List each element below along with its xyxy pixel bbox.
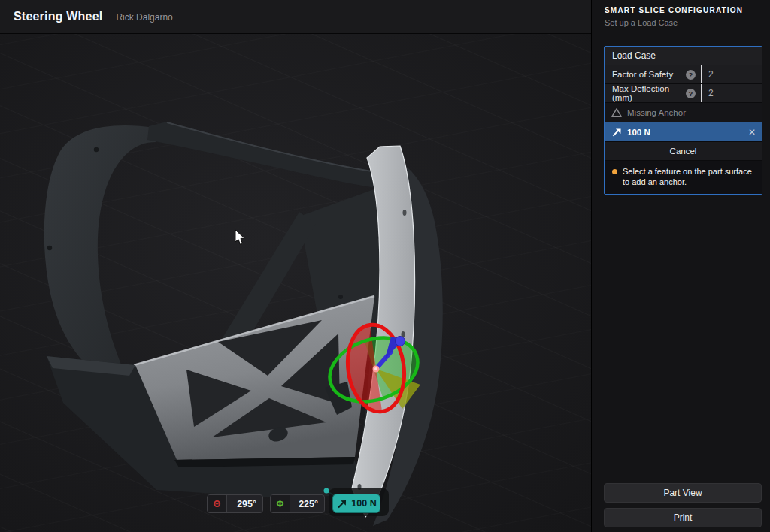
help-icon[interactable]: ? — [686, 70, 696, 80]
factor-of-safety-row: Factor of Safety ? 2 — [605, 65, 762, 84]
author-name: Rick Dalgarno — [116, 12, 172, 23]
load-item-row-selected[interactable]: 100 N ✕ — [605, 122, 762, 142]
max-deflection-row: Max Deflection (mm) ? 2 — [605, 84, 762, 103]
sidebar: SMART SLICE CONFIGURATION Set up a Load … — [591, 0, 770, 532]
print-button[interactable]: Print — [604, 508, 762, 527]
rotation-theta-input[interactable]: Θ 295° — [207, 494, 263, 513]
page-title: Steering Wheel — [14, 10, 102, 23]
help-icon[interactable]: ? — [686, 89, 696, 98]
missing-anchor-label: Missing Anchor — [627, 108, 686, 117]
panel-title: Load Case — [605, 47, 762, 65]
max-deflection-label: Max Deflection (mm) — [605, 84, 686, 102]
warning-triangle-icon — [611, 107, 623, 118]
max-deflection-input[interactable]: 2 — [701, 84, 762, 102]
warning-dot-icon — [612, 169, 617, 174]
load-case-panel: Load Case Factor of Safety ? 2 Max Defle… — [604, 46, 762, 195]
phi-icon: Φ — [271, 495, 290, 512]
theta-value[interactable]: 295° — [227, 495, 262, 512]
close-icon[interactable]: ✕ — [748, 127, 756, 138]
load-badge-label: 100 N — [351, 498, 376, 509]
load-arrow-icon — [336, 498, 347, 509]
rotation-phi-input[interactable]: Φ 225° — [270, 494, 325, 513]
sidebar-divider — [592, 476, 770, 476]
top-bar: Steering Wheel Rick Dalgarno — [0, 0, 591, 34]
missing-anchor-row[interactable]: Missing Anchor — [605, 103, 762, 122]
anchor-hint: Select a feature on the part surface to … — [605, 161, 762, 194]
viewport-3d[interactable] — [0, 34, 591, 532]
part-view-button[interactable]: Part View — [604, 483, 762, 503]
theta-icon: Θ — [208, 495, 227, 512]
load-arrow-icon — [611, 127, 623, 138]
phi-value[interactable]: 225° — [290, 495, 324, 512]
load-magnitude-badge[interactable]: 100 N — [332, 494, 380, 513]
sidebar-title: SMART SLICE CONFIGURATION — [605, 6, 743, 14]
cancel-button[interactable]: Cancel — [605, 142, 762, 161]
factor-of-safety-input[interactable]: 2 — [701, 65, 762, 83]
factor-of-safety-label: Factor of Safety — [605, 70, 686, 79]
viewport-container: Θ 295° Φ 225° 100 N — [0, 34, 591, 532]
sidebar-subtitle: Set up a Load Case — [605, 18, 678, 27]
load-item-label: 100 N — [627, 128, 748, 137]
anchor-hint-text: Select a feature on the part surface to … — [623, 166, 752, 187]
